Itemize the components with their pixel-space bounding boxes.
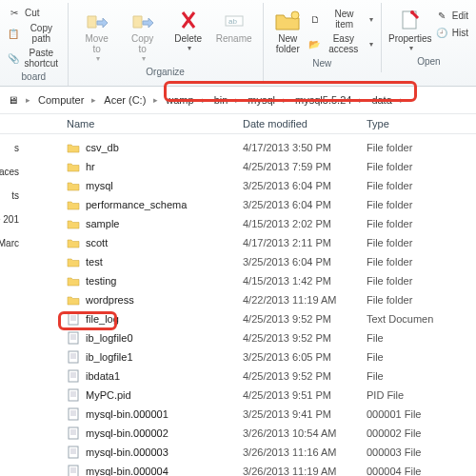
table-row[interactable]: wordpress4/22/2013 11:19 AMFile folder bbox=[0, 290, 476, 309]
cut-button[interactable]: ✂Cut bbox=[6, 5, 42, 20]
edit-icon: ✎ bbox=[435, 9, 448, 22]
table-row[interactable]: MyPC.pid4/25/2013 9:51 PMPID File bbox=[0, 386, 476, 405]
copy-to-icon bbox=[129, 7, 156, 33]
table-row[interactable]: csv_db4/17/2013 3:50 PMFile folder bbox=[0, 138, 476, 157]
file-name: sample bbox=[86, 218, 119, 229]
table-row[interactable]: mysql-bin.0000023/26/2013 10:54 AM000002… bbox=[0, 424, 476, 443]
table-row[interactable]: test3/25/2013 6:04 PMFile folder bbox=[0, 252, 476, 271]
table-row[interactable]: ibdata14/25/2013 9:52 PMFile bbox=[0, 367, 476, 386]
table-row[interactable]: mysql3/25/2013 6:04 PMFile folder bbox=[0, 176, 476, 195]
svg-point-4 bbox=[410, 10, 414, 14]
group-label-organize: Organize bbox=[74, 65, 257, 80]
chevron-right-icon: ▸ bbox=[233, 95, 242, 105]
table-row[interactable]: sample4/15/2013 2:02 PMFile folder bbox=[0, 214, 476, 233]
svg-rect-13 bbox=[69, 466, 78, 476]
rename-icon: ab bbox=[221, 7, 248, 33]
chevron-right-icon: ▸ bbox=[24, 95, 32, 105]
rename-button[interactable]: ab Rename bbox=[211, 5, 257, 65]
easy-access-icon: 📂 bbox=[308, 37, 320, 50]
folder-icon bbox=[67, 294, 80, 306]
move-to-button[interactable]: Move to▾ bbox=[74, 5, 120, 65]
breadcrumb-seg[interactable]: Acer (C:) bbox=[100, 92, 149, 108]
svg-rect-11 bbox=[69, 427, 78, 439]
file-name: csv_db bbox=[86, 142, 119, 153]
svg-rect-6 bbox=[69, 332, 78, 344]
move-to-icon bbox=[84, 7, 110, 33]
column-headers[interactable]: Name Date modified Type bbox=[0, 113, 476, 134]
copy-to-button[interactable]: Copy to▾ bbox=[120, 5, 166, 65]
breadcrumb-seg[interactable]: data bbox=[367, 92, 395, 108]
easy-access-button[interactable]: 📂Easy access▾ bbox=[307, 32, 375, 55]
table-row[interactable]: scott4/17/2013 2:11 PMFile folder bbox=[0, 233, 476, 252]
svg-rect-5 bbox=[69, 313, 78, 325]
paste-shortcut-button[interactable]: 📎Paste shortcut bbox=[6, 47, 62, 69]
folder-icon bbox=[67, 142, 80, 153]
file-name: test bbox=[86, 256, 103, 268]
table-row[interactable]: ib_logfile13/25/2013 6:05 PMFile bbox=[0, 347, 476, 367]
file-name: ib_logfile0 bbox=[86, 332, 133, 344]
file-icon bbox=[67, 466, 80, 476]
breadcrumb-seg[interactable]: bin bbox=[210, 92, 232, 108]
breadcrumb-seg[interactable]: wamp bbox=[162, 92, 197, 108]
history-icon: 🕘 bbox=[435, 26, 448, 39]
file-name: ib_logfile1 bbox=[86, 351, 133, 363]
folder-icon bbox=[67, 275, 80, 287]
breadcrumb-seg[interactable]: mysql5.5.24 bbox=[291, 92, 355, 108]
chevron-right-icon: ▸ bbox=[357, 95, 366, 105]
folder-icon bbox=[67, 161, 80, 172]
table-row[interactable]: testing4/15/2013 1:42 PMFile folder bbox=[0, 271, 476, 290]
properties-button[interactable]: Properties▾ bbox=[387, 5, 433, 54]
file-icon bbox=[67, 313, 80, 325]
table-row[interactable]: file_log4/25/2013 9:52 PMText Documen bbox=[0, 309, 476, 328]
table-row[interactable]: hr4/25/2013 7:59 PMFile folder bbox=[0, 157, 476, 176]
svg-rect-7 bbox=[69, 351, 78, 363]
paste-shortcut-icon: 📎 bbox=[8, 51, 19, 65]
col-name[interactable]: Name bbox=[0, 118, 243, 129]
file-name: mysql-bin.000004 bbox=[86, 466, 169, 476]
file-icon bbox=[67, 351, 80, 363]
group-label-new: New bbox=[269, 56, 375, 71]
chevron-right-icon: ▸ bbox=[151, 95, 160, 105]
breadcrumb-seg[interactable]: Computer bbox=[34, 92, 88, 108]
group-label-clipboard: board bbox=[6, 69, 62, 85]
edit-button[interactable]: ✎Edit bbox=[433, 8, 470, 23]
folder-icon bbox=[67, 199, 80, 210]
file-name: performance_schema bbox=[86, 199, 187, 210]
new-folder-icon bbox=[274, 7, 301, 33]
file-name: mysql bbox=[86, 180, 113, 191]
table-row[interactable]: mysql-bin.0000043/26/2013 11:19 AM000004… bbox=[0, 462, 476, 476]
group-label-open: Open bbox=[387, 54, 470, 69]
col-date[interactable]: Date modified bbox=[243, 118, 367, 129]
new-item-button[interactable]: 🗋New item▾ bbox=[307, 8, 375, 30]
history-button[interactable]: 🕘Hist bbox=[433, 25, 470, 40]
file-icon bbox=[67, 446, 80, 458]
file-name: MyPC.pid bbox=[86, 389, 131, 401]
file-name: scott bbox=[86, 237, 108, 248]
file-icon bbox=[67, 370, 80, 382]
copy-path-button[interactable]: 📋Copy path bbox=[6, 22, 62, 45]
ribbon: ✂Cut 📋Copy path 📎Paste shortcut board Mo… bbox=[0, 0, 476, 87]
new-folder-button[interactable]: New folder bbox=[269, 5, 307, 56]
delete-icon bbox=[175, 7, 202, 33]
table-row[interactable]: ib_logfile04/25/2013 9:52 PMFile bbox=[0, 328, 476, 347]
file-icon bbox=[67, 389, 80, 401]
col-type[interactable]: Type bbox=[367, 118, 476, 129]
nav-fragments: sacestsOffice 201on For Marc bbox=[0, 143, 19, 262]
properties-icon bbox=[397, 7, 424, 33]
table-row[interactable]: performance_schema3/25/2013 6:04 PMFile … bbox=[0, 195, 476, 214]
svg-rect-9 bbox=[69, 389, 78, 401]
file-name: testing bbox=[86, 275, 116, 287]
file-list: csv_db4/17/2013 3:50 PMFile folderhr4/25… bbox=[0, 134, 476, 476]
svg-point-2 bbox=[291, 11, 299, 19]
folder-icon bbox=[67, 218, 80, 229]
svg-rect-10 bbox=[69, 408, 78, 420]
svg-text:ab: ab bbox=[228, 17, 237, 26]
table-row[interactable]: mysql-bin.0000033/26/2013 11:16 AM000003… bbox=[0, 443, 476, 462]
svg-rect-12 bbox=[69, 446, 78, 458]
breadcrumb[interactable]: 🖥 ▸Computer▸Acer (C:)▸wamp▸bin▸mysql▸mys… bbox=[0, 87, 476, 113]
table-row[interactable]: mysql-bin.0000013/25/2013 9:41 PM000001 … bbox=[0, 405, 476, 424]
file-name: wordpress bbox=[86, 294, 134, 306]
breadcrumb-seg[interactable]: mysql bbox=[244, 92, 279, 108]
new-item-icon: 🗋 bbox=[308, 12, 322, 26]
delete-button[interactable]: Delete▾ bbox=[166, 5, 211, 65]
